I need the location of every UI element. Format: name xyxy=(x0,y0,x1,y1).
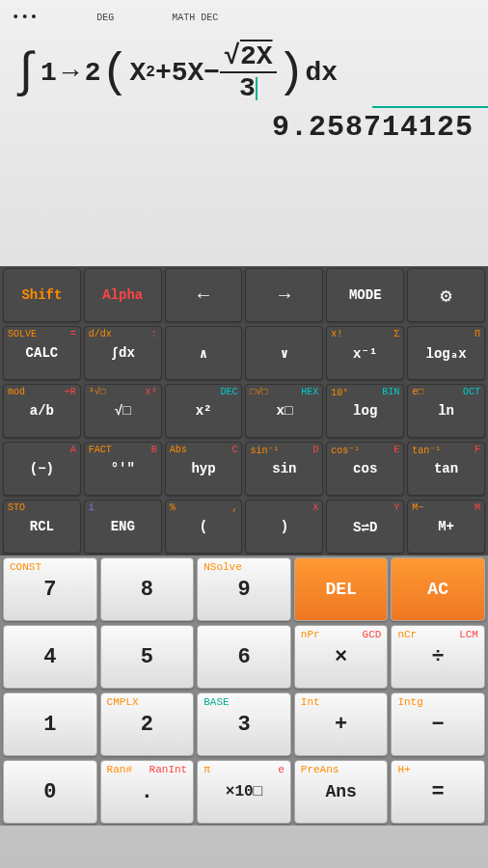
num-1-button[interactable]: 1 xyxy=(3,692,97,756)
right-arrow-button[interactable]: → xyxy=(245,268,323,322)
lparen-button[interactable]: %,( xyxy=(165,500,243,554)
num-6-button[interactable]: 6 xyxy=(197,625,291,689)
display-area: ••• DEG MATH DEC ∫ 1 → 2 ( X 2 +5X− √2X … xyxy=(0,0,488,266)
num-9-button[interactable]: NSolve9 xyxy=(197,557,291,621)
mode-button[interactable]: MODE xyxy=(326,268,404,322)
hyp-button[interactable]: AbsChyp xyxy=(165,442,243,496)
fraction-button[interactable]: mod÷Ra/b xyxy=(3,384,81,438)
negate-button[interactable]: A(−) xyxy=(3,442,81,496)
sqrt-button[interactable]: ³√□x³√□ xyxy=(84,384,162,438)
power-button[interactable]: □√□HEXx□ xyxy=(245,384,323,438)
exp-button[interactable]: πe×10□ xyxy=(197,760,291,824)
fraction: √2X 3 xyxy=(220,41,276,103)
rcl-button[interactable]: STORCL xyxy=(3,500,81,554)
arrow-right-icon: → xyxy=(279,285,290,307)
dms-button[interactable]: FACTB°'" xyxy=(84,442,162,496)
minus-button[interactable]: Intg− xyxy=(391,692,485,756)
divide-button[interactable]: nCrLCM÷ xyxy=(391,625,485,689)
del-button[interactable]: DEL xyxy=(294,557,389,621)
up-button[interactable]: ∧ xyxy=(165,326,243,380)
integral-symbol: ∫ xyxy=(12,45,41,100)
tan-button[interactable]: tan⁻¹Ftan xyxy=(407,442,485,496)
x2-button[interactable]: DECx² xyxy=(165,384,243,438)
arrow-left-icon: ← xyxy=(198,285,209,307)
ans-button[interactable]: PreAnsAns xyxy=(294,760,389,824)
mplus-button[interactable]: M−MM+ xyxy=(407,500,485,554)
cursor xyxy=(256,77,258,100)
dot-button[interactable]: Ran#RanInt. xyxy=(100,760,195,824)
equals-button[interactable]: H+= xyxy=(391,760,485,824)
sd-button[interactable]: YS⇌D xyxy=(326,500,404,554)
shift-button[interactable]: Shift xyxy=(3,268,81,322)
angle-mode: DEG xyxy=(96,13,114,23)
plus-button[interactable]: Int+ xyxy=(294,692,389,756)
calc-button[interactable]: SOLVE=CALC xyxy=(3,326,81,380)
sin-button[interactable]: sin⁻¹Dsin xyxy=(245,442,323,496)
num-4-button[interactable]: 4 xyxy=(3,625,97,689)
logax-button[interactable]: Πlogₐx xyxy=(407,326,485,380)
reciprocal-button[interactable]: x!Σx⁻¹ xyxy=(326,326,404,380)
num-7-button[interactable]: CONST7 xyxy=(3,557,97,621)
menu-dots[interactable]: ••• xyxy=(12,10,39,25)
keypad: Shift Alpha ← → MODE ⚙ SOLVE=CALC d/dx:∫… xyxy=(0,266,488,868)
result-underline xyxy=(372,106,488,108)
status-bar: ••• DEG MATH DEC xyxy=(12,8,476,27)
eng-button[interactable]: iENG xyxy=(84,500,162,554)
down-button[interactable]: ∨ xyxy=(245,326,323,380)
cos-button[interactable]: cos⁻¹Ecos xyxy=(326,442,404,496)
expression-display[interactable]: ∫ 1 → 2 ( X 2 +5X− √2X 3 ) dx xyxy=(12,41,476,103)
settings-button[interactable]: ⚙ xyxy=(407,268,485,322)
rparen-button[interactable]: X) xyxy=(245,500,323,554)
gear-icon: ⚙ xyxy=(441,284,452,308)
ln-button[interactable]: e□OCTln xyxy=(407,384,485,438)
num-3-button[interactable]: BASE3 xyxy=(197,692,291,756)
num-0-button[interactable]: 0 xyxy=(3,760,97,824)
left-arrow-button[interactable]: ← xyxy=(165,268,243,322)
num-8-button[interactable]: 8 xyxy=(100,557,195,621)
multiply-button[interactable]: nPrGCD× xyxy=(294,625,389,689)
integral-button[interactable]: d/dx:∫dx xyxy=(84,326,162,380)
log-button[interactable]: 10ˣBINlog xyxy=(326,384,404,438)
ac-button[interactable]: AC xyxy=(391,557,485,621)
alpha-button[interactable]: Alpha xyxy=(84,268,162,322)
num-5-button[interactable]: 5 xyxy=(100,625,195,689)
math-mode: MATH DEC xyxy=(172,13,218,23)
num-2-button[interactable]: CMPLX2 xyxy=(100,692,195,756)
result-display: 9.258714125 xyxy=(272,111,474,144)
